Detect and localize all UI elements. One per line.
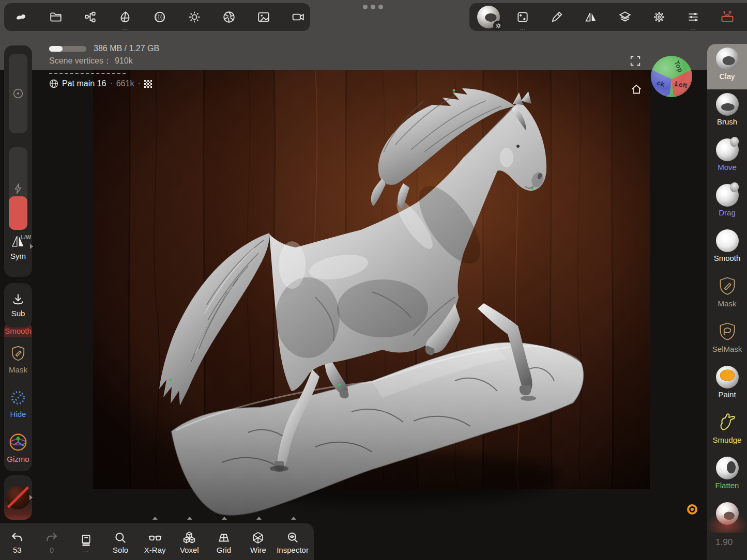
mesh-row[interactable]: Pat main 16 · 661k ·: [49, 79, 159, 88]
settings-button[interactable]: [649, 5, 669, 29]
intensity-slider-fill: [9, 196, 27, 230]
tool-clay[interactable]: Clay: [707, 44, 747, 89]
tool-move-label: Move: [718, 163, 737, 172]
radius-slider[interactable]: [9, 54, 27, 133]
tool-paint-label: Paint: [718, 390, 736, 399]
xray-label: X-Ray: [144, 546, 166, 554]
undo-button[interactable]: 53: [0, 523, 35, 560]
sub-tool-button[interactable]: Sub: [4, 283, 32, 328]
tool-smudge[interactable]: Smudge: [707, 408, 747, 453]
fullscreen-icon: [630, 55, 641, 67]
scene-graph-button[interactable]: [80, 5, 101, 29]
orientation-navball[interactable]: Top ck Left: [650, 55, 693, 98]
layers-icon: [618, 10, 632, 24]
inspector-button[interactable]: Inspector: [276, 523, 310, 560]
tool-flatten-label: Flatten: [715, 481, 739, 490]
hide-dotted-icon: [9, 389, 27, 407]
mask-shield-icon: [10, 345, 26, 362]
files-button[interactable]: [45, 5, 66, 29]
post-process-icon: [222, 10, 236, 24]
right-dock-tools: Clay Brush Move Drag Smooth Mask SelMask: [707, 44, 747, 560]
intensity-slider[interactable]: [9, 147, 27, 230]
flatten-sphere-icon: [716, 457, 739, 479]
tool-mask[interactable]: Mask: [707, 271, 747, 317]
tool-flatten[interactable]: Flatten: [707, 453, 747, 499]
debug-toolbox-button[interactable]: [717, 5, 738, 29]
history-button[interactable]: …: [69, 523, 103, 560]
window-drag-handle[interactable]: [363, 5, 383, 9]
symmetry-toggle[interactable]: L/W Sym: [4, 235, 32, 260]
hide-label: Hide: [10, 410, 26, 418]
tool-brush-label: Brush: [717, 117, 737, 126]
history-more: …: [83, 548, 89, 552]
layers-button[interactable]: [615, 5, 635, 29]
stroke-indicator-dot: [687, 504, 697, 515]
hide-tool-button[interactable]: Hide: [4, 381, 32, 426]
memory-bar-fill: [49, 46, 63, 52]
memory-bar: [49, 46, 86, 52]
home-view-button[interactable]: [630, 83, 643, 96]
lighting-button[interactable]: [184, 5, 205, 29]
tool-partial[interactable]: [707, 499, 747, 560]
symmetry-button[interactable]: [581, 5, 601, 29]
camera-button[interactable]: [288, 5, 309, 29]
mesh-vertex-count: 661k: [116, 79, 134, 88]
tool-clay-label: Clay: [719, 72, 735, 81]
scene-stats: 386 MB / 1.27 GB Scene vertices：910k Pat…: [49, 44, 159, 88]
grid-button[interactable]: Grid: [207, 523, 241, 560]
matcap-icon: [153, 10, 166, 24]
tool-move[interactable]: Move: [707, 135, 747, 180]
stamps-button[interactable]: …: [512, 5, 533, 29]
memory-row: 386 MB / 1.27 GB: [49, 44, 159, 53]
voxel-button[interactable]: Voxel: [172, 523, 207, 560]
solo-button[interactable]: Solo: [103, 523, 138, 560]
xray-button[interactable]: X-Ray: [138, 523, 172, 560]
redo-button[interactable]: 0: [35, 523, 69, 560]
fullscreen-button[interactable]: [629, 55, 642, 67]
symmetry-mode-label: L/W: [21, 234, 31, 240]
app-logo-button[interactable]: [11, 5, 32, 29]
mask-tool-button[interactable]: Mask: [4, 337, 32, 381]
material-disabled-slash-icon: [7, 486, 29, 508]
background-image-button[interactable]: [253, 5, 274, 29]
app-screen: … …: [0, 0, 747, 560]
inspector-label: Inspector: [277, 546, 309, 554]
paint-sphere-icon: [716, 366, 739, 388]
sculpt-canvas[interactable]: [93, 70, 650, 517]
files-icon: [49, 10, 63, 24]
post-process-button[interactable]: [219, 5, 239, 29]
matcap-button[interactable]: [149, 5, 170, 29]
partial-glow: [707, 515, 747, 533]
intensity-bolt-icon: [12, 182, 24, 195]
symmetry-caret-icon: [30, 244, 33, 249]
vertices-value: 910k: [115, 56, 133, 65]
tool-paint[interactable]: Paint: [707, 362, 747, 408]
tool-smooth[interactable]: Smooth: [707, 226, 747, 271]
sub-icon: [11, 293, 25, 306]
material-button[interactable]: [478, 5, 499, 29]
redo-icon: [45, 531, 58, 545]
tool-drag[interactable]: Drag: [707, 180, 747, 226]
voxel-cubes-icon: [182, 531, 196, 545]
mesh-name: Pat main 16: [62, 79, 106, 88]
interface-sliders-button[interactable]: …: [683, 5, 704, 29]
tool-selmask[interactable]: SelMask: [707, 317, 747, 362]
smooth-label: Smooth: [5, 326, 32, 335]
sculpt-viewport[interactable]: [93, 70, 650, 517]
active-material-slot[interactable]: [4, 475, 32, 520]
redo-count: 0: [50, 546, 54, 554]
tool-brush[interactable]: Brush: [707, 89, 747, 135]
wire-label: Wire: [250, 546, 266, 554]
gizmo-tool-button[interactable]: Gizmo: [4, 426, 32, 470]
paint-mode-button[interactable]: [546, 5, 567, 29]
radius-icon: [12, 87, 24, 100]
solo-magnifier-icon: [114, 531, 127, 545]
tool-selmask-label: SelMask: [712, 345, 742, 353]
symmetry-icon: [584, 10, 598, 24]
material-sphere-icon: [477, 6, 500, 28]
wire-button[interactable]: Wire: [241, 523, 276, 560]
topology-button[interactable]: …: [115, 5, 135, 29]
toolbar-left: …: [4, 3, 310, 31]
stamps-icon: [516, 10, 529, 24]
gizmo-icon: [9, 433, 27, 452]
